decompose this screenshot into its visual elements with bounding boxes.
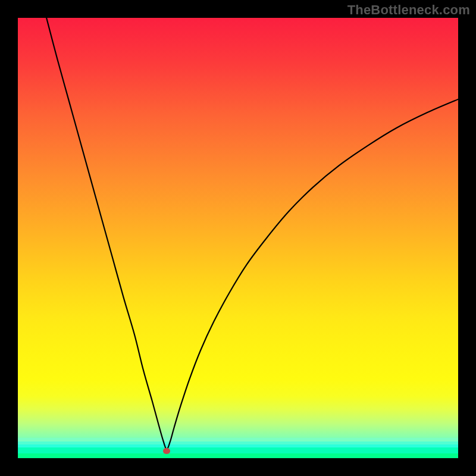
chart-frame: TheBottleneck.com — [0, 0, 476, 476]
watermark-text: TheBottleneck.com — [347, 2, 470, 18]
curve-svg — [18, 18, 458, 458]
minimum-marker — [163, 448, 170, 454]
bottleneck-curve-path — [46, 18, 458, 449]
plot-area — [18, 18, 458, 458]
